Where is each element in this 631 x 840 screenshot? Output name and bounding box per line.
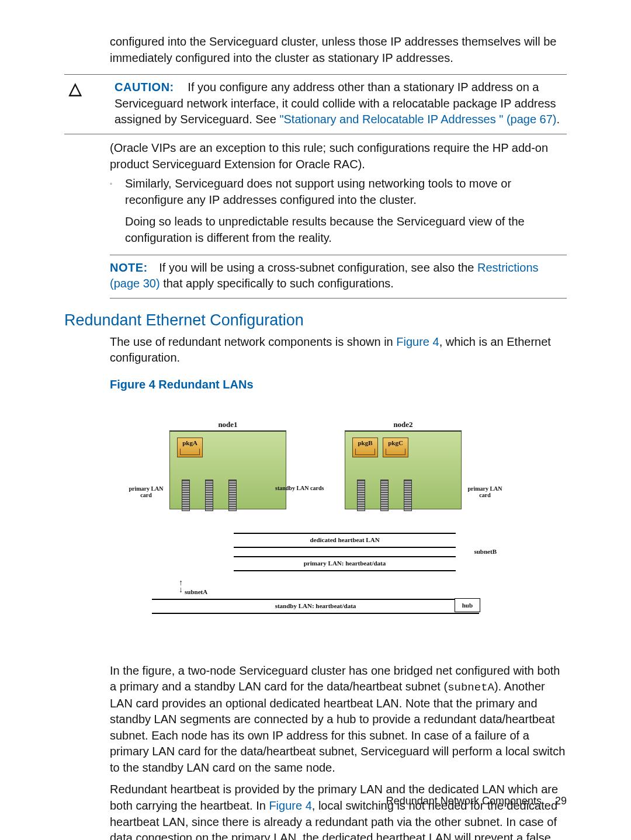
oracle-note: (Oracle VIPs are an exception to this ru… [110, 140, 567, 172]
lan-bar-primary: primary LAN: heartbeat/data subnetB [234, 556, 456, 571]
caution-text: CAUTION: If you configure any address ot… [115, 79, 567, 128]
body1-code: subnetA [448, 681, 494, 694]
figure4-link-2[interactable]: Figure 4 [269, 799, 311, 812]
body-paragraph-1: In the figure, a two-node Serviceguard c… [110, 663, 567, 776]
bullet-item: ◦ Similarly, Serviceguard does not suppo… [110, 176, 567, 246]
bullet-p1: Similarly, Serviceguard does not support… [125, 176, 567, 208]
caution-body-post: . [557, 113, 560, 126]
primary-lan-right-label: primary LAN card [464, 485, 505, 498]
note-post: that apply specifically to such configur… [160, 277, 394, 290]
note-label: NOTE: [110, 261, 148, 274]
body1-post: ). Another LAN card provides an optional… [110, 680, 565, 774]
section-intro: The use of redundant network components … [110, 334, 567, 366]
section-intro-pre: The use of redundant network components … [110, 335, 396, 348]
footer-text: Redundant Network Components [386, 795, 542, 807]
lan-bar-standby: standby LAN: heartbeat/data hub [152, 599, 479, 614]
caution-label: CAUTION: [115, 81, 174, 93]
page-number: 29 [555, 795, 567, 807]
page-footer: Redundant Network Components 29 [386, 795, 567, 807]
diagram-node1: node1 pkgA primary LAN card [169, 420, 286, 509]
figure4-link-1[interactable]: Figure 4 [396, 335, 439, 348]
subnetB-label: subnetB [474, 546, 497, 557]
bullet-p2: Doing so leads to unpredictable results … [125, 214, 567, 246]
standby-lan-label: standby LAN cards [275, 485, 324, 491]
bullet-glyph-icon: ◦ [110, 176, 125, 246]
lan-bar-primary-label: primary LAN: heartbeat/data [304, 560, 386, 567]
note-text: NOTE: If you will be using a cross-subne… [110, 260, 567, 292]
caution-link[interactable]: "Stationary and Relocatable IP Addresses… [279, 113, 556, 126]
hub-box: hub [455, 598, 480, 612]
caution-icon: △ [64, 79, 115, 128]
pkgB-box: pkgB [352, 438, 378, 457]
body-paragraph-2: Redundant heartbeat is provided by the p… [110, 782, 567, 840]
figure-diagram: node1 pkgA primary LAN card node2 pkgB p… [152, 420, 479, 614]
pkgC-box: pkgC [383, 438, 408, 457]
diagram-node2: node2 pkgB pkgC primary LAN card standby… [345, 420, 462, 509]
lan-bar-standby-label: standby LAN: heartbeat/data [275, 602, 356, 609]
note-block: NOTE: If you will be using a cross-subne… [110, 255, 567, 298]
intro-paragraph: configured into the Serviceguard cluster… [110, 34, 567, 66]
figure-caption: Figure 4 Redundant LANs [110, 377, 567, 393]
pkgA-box: pkgA [177, 438, 203, 457]
caution-block: △ CAUTION: If you configure any address … [64, 74, 567, 134]
node1-title: node1 [169, 420, 286, 431]
node2-title: node2 [345, 420, 462, 431]
lan-bar-dedicated: dedicated heartbeat LAN [234, 533, 456, 548]
section-heading: Redundant Ethernet Configuration [64, 311, 567, 329]
primary-lan-left-label: primary LAN card [126, 485, 167, 498]
subnetA-label: subnetA [185, 588, 479, 595]
note-pre: If you will be using a cross-subnet conf… [159, 261, 477, 274]
